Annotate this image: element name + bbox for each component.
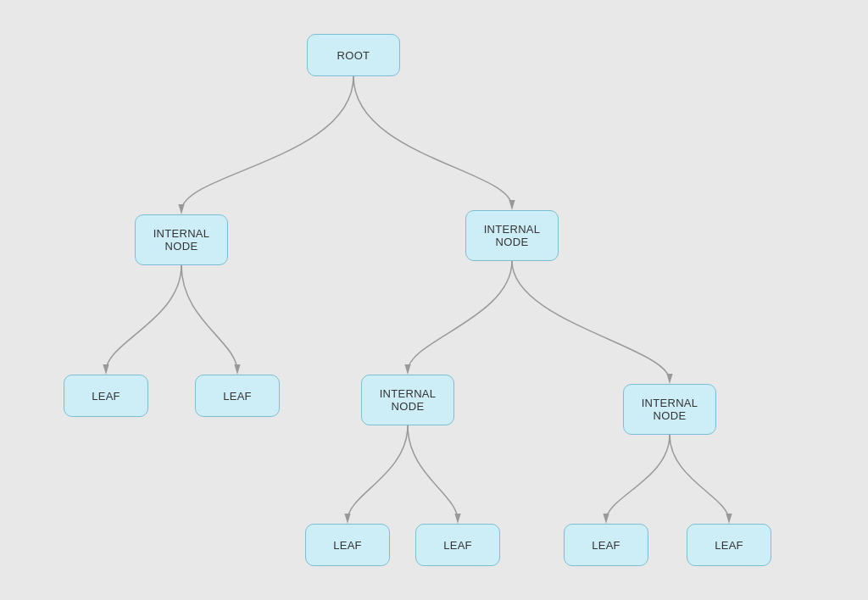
node-leaf5: LEAF bbox=[564, 524, 648, 566]
node-leaf1: LEAF bbox=[64, 375, 148, 417]
node-internal2: INTERNAL NODE bbox=[465, 210, 559, 261]
node-root: ROOT bbox=[307, 34, 400, 76]
svg-marker-8 bbox=[603, 514, 609, 524]
svg-marker-0 bbox=[178, 204, 184, 214]
node-leaf4: LEAF bbox=[415, 524, 500, 566]
svg-marker-7 bbox=[454, 514, 460, 524]
tree-connections bbox=[0, 0, 868, 600]
svg-marker-9 bbox=[726, 514, 732, 524]
node-leaf3: LEAF bbox=[305, 524, 390, 566]
node-internal3: INTERNAL NODE bbox=[361, 375, 454, 425]
svg-marker-2 bbox=[103, 364, 108, 375]
node-leaf6: LEAF bbox=[687, 524, 771, 566]
node-internal1: INTERNAL NODE bbox=[135, 214, 228, 265]
svg-marker-1 bbox=[509, 200, 515, 210]
tree-diagram: ROOTINTERNAL NODEINTERNAL NODELEAFLEAFIN… bbox=[0, 0, 868, 600]
svg-marker-4 bbox=[404, 364, 410, 375]
node-leaf2: LEAF bbox=[195, 375, 280, 417]
svg-marker-3 bbox=[234, 364, 240, 375]
svg-marker-6 bbox=[344, 514, 350, 524]
svg-marker-5 bbox=[666, 374, 672, 384]
node-internal4: INTERNAL NODE bbox=[623, 384, 716, 435]
